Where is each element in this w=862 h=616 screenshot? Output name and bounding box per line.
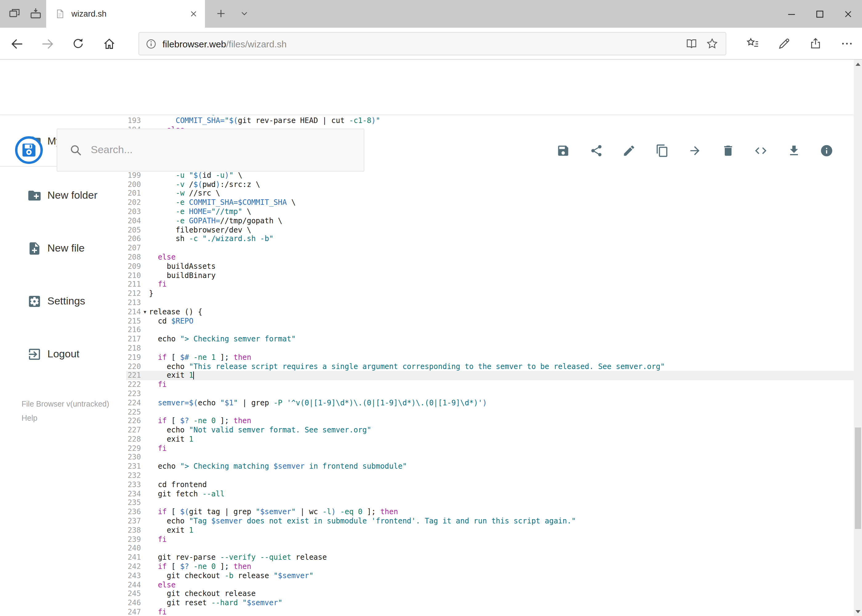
code-line[interactable]: 199 -u "$(id -u)" \ — [126, 171, 853, 180]
code-line[interactable]: 227 echo "Not valid semver format. See s… — [126, 426, 853, 435]
info-button[interactable] — [819, 143, 834, 157]
fold-arrow-icon: ▾ — [141, 307, 149, 316]
code-lines: 192 if [ -d ".git" ]; then193 COMMIT_SHA… — [126, 115, 853, 616]
code-line[interactable]: 219 if [ $# -ne 1 ]; then — [126, 353, 853, 362]
code-line[interactable]: 200 -v /$(pwd):/src:z \ — [126, 180, 853, 189]
forward-button[interactable] — [36, 32, 59, 55]
code-line[interactable]: 229 fi — [126, 444, 853, 453]
close-button[interactable] — [834, 0, 862, 28]
code-line[interactable]: 193 COMMIT_SHA="$(git rev-parse HEAD | c… — [126, 116, 853, 126]
code-line[interactable]: 225 — [126, 407, 853, 417]
raw-code-button[interactable] — [754, 143, 768, 157]
code-line[interactable]: 209 buildAssets — [126, 262, 853, 271]
sidebar-item-new-folder[interactable]: New folder — [0, 182, 126, 209]
share-button[interactable] — [804, 32, 827, 55]
code-line[interactable]: 230 — [126, 453, 853, 462]
code-line[interactable]: 202 -e COMMIT_SHA=$COMMIT_SHA \ — [126, 198, 853, 207]
code-line[interactable]: 233 cd frontend — [126, 480, 853, 490]
sidebar-item-logout[interactable]: Logout — [0, 341, 126, 368]
code-line[interactable]: 245 git checkout release — [126, 589, 853, 599]
code-line[interactable]: 243 git checkout -b release "$semver" — [126, 571, 853, 581]
code-line[interactable]: 237 echo "Tag $semver does not exist in … — [126, 517, 853, 526]
code-line[interactable]: 247 fi — [126, 608, 853, 616]
code-line[interactable]: 235 — [126, 498, 853, 508]
code-line[interactable]: 241 git rev-parse --verify --quiet relea… — [126, 553, 853, 563]
code-line[interactable]: 223 — [126, 389, 853, 399]
scroll-up-arrow[interactable] — [853, 60, 862, 68]
code-line[interactable]: 201 -w //src \ — [126, 189, 853, 198]
save-button[interactable] — [556, 143, 570, 157]
tab-preview-button[interactable] — [6, 5, 24, 22]
code-line[interactable]: 212} — [126, 289, 853, 298]
maximize-button[interactable] — [805, 0, 834, 28]
code-line[interactable]: 244 else — [126, 580, 853, 589]
maximize-icon — [813, 8, 826, 20]
code-line[interactable]: 208 else — [126, 253, 853, 262]
search-box[interactable] — [56, 129, 364, 171]
new-tab-button[interactable] — [212, 5, 230, 22]
code-line[interactable]: 221 exit 1 — [126, 371, 853, 380]
copy-button[interactable] — [655, 143, 669, 157]
code-line[interactable]: 236 if [ $(git tag | grep "$semver" | wc… — [126, 508, 853, 517]
tab-close-button[interactable] — [188, 9, 199, 19]
code-line[interactable]: 240 — [126, 544, 853, 553]
code-line[interactable]: 239 fi — [126, 535, 853, 544]
refresh-button[interactable] — [66, 32, 90, 55]
code-line[interactable]: 218 — [126, 344, 853, 353]
tab-title: wizard.sh — [71, 9, 188, 19]
annotate-button[interactable] — [772, 32, 796, 55]
code-line[interactable]: 207 — [126, 244, 853, 253]
minimize-button[interactable] — [777, 0, 805, 28]
app-logo[interactable] — [15, 136, 43, 164]
code-line[interactable]: 232 — [126, 471, 853, 480]
code-editor[interactable]: 192 if [ -d ".git" ]; then193 COMMIT_SHA… — [126, 115, 853, 616]
hub-button[interactable] — [741, 32, 764, 55]
back-button[interactable] — [5, 32, 28, 55]
reading-view-button[interactable] — [684, 36, 698, 51]
scroll-down-arrow[interactable] — [853, 607, 862, 616]
code-line[interactable]: 231 echo "> Checking matching $semver in… — [126, 462, 853, 471]
add-favorite-button[interactable] — [705, 36, 720, 51]
share-file-button[interactable] — [589, 143, 603, 157]
code-line[interactable]: 216 — [126, 326, 853, 335]
set-tabs-aside-button[interactable] — [27, 5, 44, 22]
search-input[interactable] — [90, 143, 326, 157]
download-button[interactable] — [786, 143, 801, 157]
sidebar-item-new-file[interactable]: New file — [0, 235, 126, 262]
code-line[interactable]: 203 -e HOME="//tmp" \ — [126, 207, 853, 217]
code-line[interactable]: 228 exit 1 — [126, 435, 853, 444]
code-line[interactable]: 205 filebrowser/dev \ — [126, 225, 853, 235]
code-line[interactable]: 246 git reset --hard "$semver" — [126, 599, 853, 608]
code-line[interactable]: 238 exit 1 — [126, 526, 853, 535]
code-line[interactable]: 224 semver=$(echo "$1" | grep -P '^v(0|[… — [126, 398, 853, 407]
rename-button[interactable] — [622, 143, 636, 157]
move-button[interactable] — [688, 143, 702, 157]
code-line[interactable]: 211 fi — [126, 280, 853, 289]
help-link[interactable]: Help — [22, 414, 126, 422]
arrow-forward-icon — [688, 144, 702, 157]
more-button[interactable] — [835, 32, 859, 55]
chevron-down-icon — [240, 9, 249, 19]
page-scrollbar[interactable] — [853, 60, 862, 616]
code-line[interactable]: 226 if [ $? -ne 0 ]; then — [126, 417, 853, 426]
home-button[interactable] — [97, 32, 121, 55]
minimize-icon — [785, 8, 797, 20]
code-line[interactable]: 213 — [126, 298, 853, 308]
code-line[interactable]: 242 if [ $? -ne 0 ]; then — [126, 562, 853, 571]
code-line[interactable]: 234 git fetch --all — [126, 489, 853, 498]
code-line[interactable]: 206 sh -c "./wizard.sh -b" — [126, 235, 853, 244]
tab-preview-icon — [9, 7, 21, 20]
scrollbar-thumb[interactable] — [855, 427, 861, 529]
tab-list-button[interactable] — [236, 5, 253, 22]
sidebar-item-settings[interactable]: Settings — [0, 288, 126, 315]
code-line[interactable]: 214▾release () { — [126, 307, 853, 316]
code-line[interactable]: 204 -e GOPATH=//tmp/gopath \ — [126, 217, 853, 226]
code-line[interactable]: 210 buildBinary — [126, 271, 853, 280]
code-line[interactable]: 222 fi — [126, 380, 853, 389]
delete-button[interactable] — [721, 143, 735, 157]
code-line[interactable]: 220 echo "This release script requires a… — [126, 362, 853, 371]
code-line[interactable]: 215 cd $REPO — [126, 316, 853, 326]
code-line[interactable]: 217 echo "> Checking semver format" — [126, 335, 853, 344]
browser-tab[interactable]: wizard.sh — [46, 0, 205, 28]
address-bar[interactable]: filebrowser.web/files/wizard.sh — [139, 32, 726, 55]
